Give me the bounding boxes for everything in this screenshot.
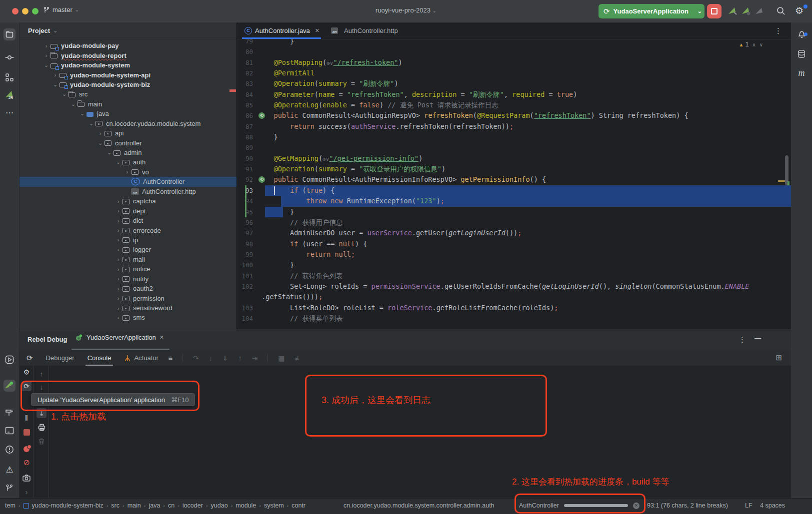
- code-line[interactable]: 80: [237, 46, 791, 57]
- tree-item[interactable]: ›sensitiveword: [20, 303, 236, 313]
- run-configuration-button[interactable]: ⟳ YudaoServerApplication ⌄: [598, 4, 704, 18]
- tree-item[interactable]: ›mail: [20, 255, 236, 264]
- editor-scrollbar[interactable]: [785, 155, 788, 185]
- settings-gear-icon[interactable]: ⚙: [795, 5, 804, 16]
- code-line[interactable]: 95 }: [237, 207, 791, 217]
- chevron-right-icon[interactable]: ›: [22, 487, 32, 497]
- chevron-right-icon[interactable]: ›: [124, 169, 131, 175]
- code-line[interactable]: 91 @Operation(summary = "获取登录用户的权限信息"): [237, 164, 791, 174]
- tree-item[interactable]: ›sms: [20, 313, 236, 322]
- code-line[interactable]: 88 }: [237, 132, 791, 142]
- tree-item[interactable]: ›dept: [20, 206, 236, 215]
- tree-item[interactable]: ›ip: [20, 235, 236, 245]
- breadcrumb-segment[interactable]: cn: [168, 502, 174, 509]
- breadcrumb-segment[interactable]: yudao: [211, 502, 228, 509]
- stop-process-icon[interactable]: [22, 427, 32, 437]
- jrebel-debug-icon[interactable]: [741, 6, 752, 16]
- tree-item[interactable]: ›logger: [20, 245, 236, 254]
- chevron-down-icon[interactable]: ⌄: [60, 91, 68, 97]
- tab-console[interactable]: Console: [88, 354, 112, 362]
- code-line[interactable]: 82 @PermitAll: [237, 68, 791, 78]
- breadcrumb-segment[interactable]: tem: [5, 502, 16, 509]
- terminal-tool-icon[interactable]: [4, 425, 16, 437]
- code-line[interactable]: 92⟲ public CommonResult<AuthPermissionIn…: [237, 174, 791, 185]
- tree-item[interactable]: ›notice: [20, 264, 236, 274]
- breadcrumb-segment[interactable]: java: [148, 502, 160, 509]
- tree-item[interactable]: ⌄controller: [20, 138, 236, 147]
- chevron-right-icon[interactable]: ›: [114, 286, 122, 292]
- chevron-down-icon[interactable]: ⌄: [698, 8, 702, 14]
- commit-tool-icon[interactable]: [4, 51, 16, 63]
- code-line[interactable]: 89: [237, 142, 791, 153]
- tree-item[interactable]: ›dict: [20, 216, 236, 225]
- hamburger-icon[interactable]: ≡: [168, 354, 172, 362]
- chevron-right-icon[interactable]: ›: [114, 247, 122, 253]
- chevron-right-icon[interactable]: ›: [96, 130, 104, 136]
- close-icon[interactable]: ✕: [160, 334, 164, 341]
- tree-item[interactable]: ›vo: [20, 167, 236, 177]
- warnings-tool-icon[interactable]: ⚠: [4, 464, 16, 476]
- code-line[interactable]: 96 // 获得用户信息: [237, 217, 791, 228]
- code-line[interactable]: 83 @Operation(summary = "刷新令牌"): [237, 78, 791, 89]
- settings-gear-icon[interactable]: ⚙: [22, 367, 32, 377]
- chevron-right-icon[interactable]: ›: [114, 256, 122, 262]
- tree-item[interactable]: ›yudao-module-system-api: [20, 70, 236, 79]
- chevron-down-icon[interactable]: ⌄: [78, 110, 86, 117]
- tree-item[interactable]: ›yudao-module-pay: [20, 41, 236, 50]
- debug-session-tab[interactable]: YudaoServerApplication ✕: [76, 334, 164, 341]
- view-breakpoints-icon[interactable]: [22, 444, 32, 454]
- code-line[interactable]: 94 throw new RuntimeException("123");: [237, 196, 791, 206]
- chevron-right-icon[interactable]: ›: [114, 295, 122, 301]
- problems-tool-icon[interactable]: [4, 444, 16, 456]
- tree-item[interactable]: ⌄src: [20, 89, 236, 99]
- code-area[interactable]: 79 }8081 @PostMapping(⊕∨"/refresh-token"…: [237, 39, 791, 329]
- tree-item[interactable]: ›oauth2: [20, 284, 236, 293]
- tree-item[interactable]: ›yudao-module-report: [20, 50, 236, 60]
- code-line[interactable]: 93 if (true) {: [237, 185, 791, 196]
- panel-minimize-icon[interactable]: —: [754, 334, 761, 342]
- pause-icon[interactable]: ‖: [22, 413, 32, 423]
- search-icon[interactable]: [776, 6, 786, 16]
- editor-tab-authcontroller-java[interactable]: C AuthController.java ✕: [240, 22, 324, 39]
- code-line[interactable]: 87 return success(authService.refreshTok…: [237, 121, 791, 132]
- chevron-right-icon[interactable]: ›: [42, 43, 50, 49]
- chevron-right-icon[interactable]: ›: [114, 227, 122, 233]
- code-line[interactable]: 79 }: [237, 39, 791, 46]
- jrebel-tool-icon[interactable]: JR: [4, 88, 16, 100]
- chevron-right-icon[interactable]: ›: [114, 237, 122, 243]
- panel-more-icon[interactable]: ⋮: [738, 335, 746, 344]
- stop-button[interactable]: [707, 4, 722, 18]
- chevron-down-icon[interactable]: ⌄: [88, 120, 95, 127]
- breadcrumb-segment[interactable]: iocoder: [182, 502, 203, 509]
- code-line[interactable]: 102 Set<Long> roleIds = permissionServic…: [237, 281, 791, 292]
- close-icon[interactable]: ✕: [315, 27, 320, 34]
- editor-tab-authcontroller-http[interactable]: API AuthController.http: [326, 22, 403, 39]
- services-tool-icon[interactable]: [4, 354, 16, 366]
- chevron-right-icon[interactable]: ›: [114, 305, 122, 311]
- tree-item[interactable]: ›api: [20, 128, 236, 138]
- more-tools-icon[interactable]: ⋯: [4, 106, 16, 118]
- code-line[interactable]: 97 AdminUserDO user = userService.getUse…: [237, 228, 791, 238]
- code-line[interactable]: 85 @OperateLog(enable = false) // 避免 Pos…: [237, 100, 791, 110]
- print-icon[interactable]: [36, 422, 46, 432]
- tree-item[interactable]: APIAuthController.http: [20, 187, 236, 196]
- jrebel-debug-tool-icon[interactable]: [4, 380, 16, 392]
- chevron-right-icon[interactable]: ›: [42, 52, 50, 58]
- project-tool-icon[interactable]: [4, 28, 16, 40]
- git-tool-icon[interactable]: [4, 482, 16, 494]
- breadcrumb-segment[interactable]: main: [128, 502, 141, 509]
- code-line[interactable]: .getStatus()));: [237, 292, 791, 302]
- tree-item[interactable]: ›errorcode: [20, 225, 236, 235]
- chevron-down-icon[interactable]: ⌄: [70, 101, 77, 107]
- code-line[interactable]: 99 return null;: [237, 249, 791, 260]
- chevron-down-icon[interactable]: ⌄: [106, 149, 113, 156]
- chevron-right-icon[interactable]: ›: [114, 315, 122, 321]
- caret-position[interactable]: 93:1 (76 chars, 2 line breaks): [647, 502, 728, 509]
- breadcrumb[interactable]: tem›yudao-module-system-biz›src›main›jav…: [5, 502, 306, 509]
- code-line[interactable]: 103 List<RoleDO> roleList = roleService.…: [237, 303, 791, 313]
- chevron-right-icon[interactable]: ›: [114, 208, 122, 214]
- breadcrumb-segment[interactable]: contr: [292, 502, 306, 509]
- project-panel-header[interactable]: Project ⌄: [20, 22, 236, 39]
- rerun-icon[interactable]: ⟳: [26, 354, 33, 363]
- line-separator[interactable]: LF: [745, 502, 752, 509]
